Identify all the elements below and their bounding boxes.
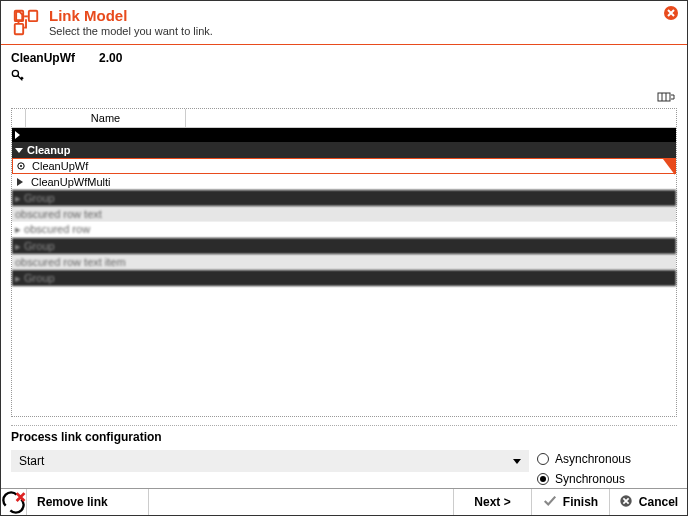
table-row-obscured[interactable]: obscured row text item: [12, 254, 676, 270]
chevron-right-icon: [15, 178, 25, 186]
row-label: CleanUpWfMulti: [31, 176, 110, 188]
table-row-cleanupwfmulti[interactable]: CleanUpWfMulti: [12, 174, 676, 190]
table-empty-area: [12, 286, 676, 416]
radio-icon: [537, 453, 549, 465]
radio-synchronous[interactable]: Synchronous: [537, 472, 677, 486]
dialog-footer: Remove link Next > Finish Cancel: [1, 488, 687, 515]
finish-label: Finish: [563, 495, 598, 509]
close-button[interactable]: [663, 5, 679, 24]
config-select-value: Start: [19, 454, 44, 468]
chevron-down-icon: [513, 459, 521, 464]
link-model-dialog: Link Model Select the model you want to …: [0, 0, 688, 516]
table-root-row[interactable]: [12, 128, 676, 142]
group-cleanup[interactable]: Cleanup: [12, 142, 676, 158]
group-obscured[interactable]: ▸ Group: [12, 190, 676, 206]
svg-rect-1: [29, 11, 37, 21]
table-header-row: Name: [12, 109, 676, 128]
dialog-subtitle: Select the model you want to link.: [49, 25, 213, 37]
selection-info: CleanUpWf 2.00: [1, 45, 687, 67]
key-icon[interactable]: [1, 67, 687, 88]
table-row-obscured[interactable]: obscured row text: [12, 206, 676, 222]
chevron-right-icon: [15, 131, 20, 139]
expand-column[interactable]: [12, 109, 26, 127]
group-label: Cleanup: [27, 144, 70, 156]
dialog-title: Link Model: [49, 7, 213, 24]
cancel-button[interactable]: Cancel: [609, 489, 687, 515]
remove-link-button[interactable]: Remove link: [1, 489, 149, 515]
radio-label: Synchronous: [555, 472, 625, 486]
radio-asynchronous[interactable]: Asynchronous: [537, 452, 677, 466]
svg-point-4: [12, 70, 18, 76]
table-row-cleanupwf[interactable]: CleanUpWf: [12, 158, 676, 174]
model-table: Name Cleanup CleanUpWf CleanUpWfMulti ▸ …: [11, 108, 677, 417]
remove-link-label: Remove link: [27, 495, 148, 509]
config-title: Process link configuration: [11, 430, 677, 444]
dialog-header: Link Model Select the model you want to …: [1, 1, 687, 45]
columns-icon[interactable]: [655, 88, 677, 106]
radio-label: Asynchronous: [555, 452, 631, 466]
radio-checked-icon: [537, 473, 549, 485]
group-obscured[interactable]: ▸ Group: [12, 238, 676, 254]
process-link-config: Process link configuration Start Asynchr…: [11, 425, 677, 486]
cancel-label: Cancel: [639, 495, 678, 509]
svg-marker-10: [17, 178, 23, 186]
check-icon: [543, 494, 557, 511]
group-obscured[interactable]: ▸ Group: [12, 270, 676, 286]
finish-button[interactable]: Finish: [531, 489, 609, 515]
link-model-icon: [11, 7, 41, 40]
cancel-icon: [619, 494, 633, 511]
next-button[interactable]: Next >: [453, 489, 531, 515]
table-row-obscured[interactable]: ▸ obscured row: [12, 222, 676, 238]
svg-rect-5: [658, 93, 670, 101]
selected-indicator-icon: [16, 161, 26, 171]
config-select[interactable]: Start: [11, 450, 529, 472]
sync-mode-group: Asynchronous Synchronous: [537, 450, 677, 486]
selected-model-version: 2.00: [99, 51, 122, 65]
svg-rect-2: [15, 24, 23, 34]
svg-point-9: [20, 165, 22, 167]
chevron-down-icon: [15, 148, 23, 153]
next-label: Next >: [474, 495, 510, 509]
selected-model-name: CleanUpWf: [11, 51, 75, 65]
remove-link-icon: [1, 489, 27, 515]
row-label: CleanUpWf: [32, 160, 88, 172]
column-header-name[interactable]: Name: [26, 109, 186, 127]
